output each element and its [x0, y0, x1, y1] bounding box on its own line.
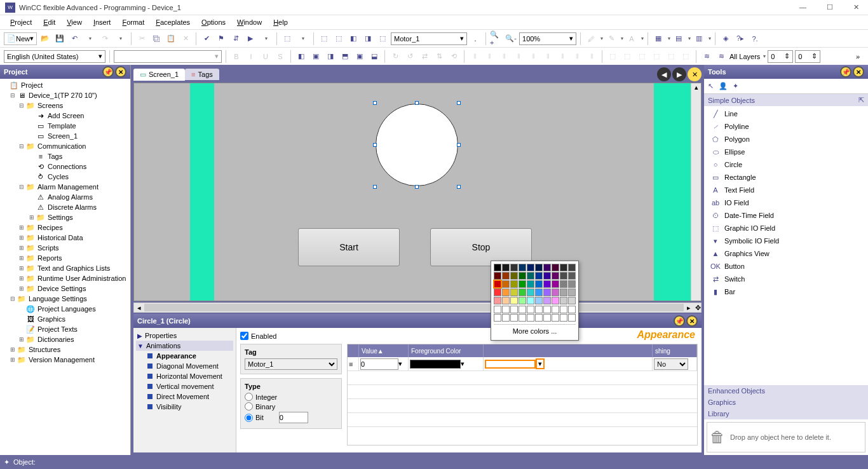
panel-close-icon[interactable]: ✕	[853, 66, 864, 78]
color-swatch[interactable]	[510, 297, 518, 304]
tool-icon-2[interactable]: 👤	[719, 82, 728, 90]
color-swatch-empty[interactable]	[494, 306, 501, 313]
toolbar-icon-e[interactable]: ◨	[362, 32, 374, 45]
color-swatch[interactable]	[535, 289, 543, 296]
tool-polygon[interactable]: ⬠Polygon	[704, 133, 868, 146]
tree-item[interactable]: ▭Screen_1	[1, 131, 129, 141]
color-swatch-empty[interactable]	[552, 314, 559, 322]
color-swatch[interactable]	[502, 264, 510, 271]
tab-close-icon[interactable]: ✕	[688, 67, 702, 81]
new-button[interactable]: 📄 New ▾	[4, 32, 37, 45]
color-swatch[interactable]	[552, 289, 559, 296]
zoom-in-icon[interactable]: 🔍+	[490, 32, 503, 45]
flashing-select[interactable]: No	[654, 358, 688, 370]
color-swatch[interactable]	[527, 264, 534, 271]
copy-icon[interactable]: ⿻	[150, 32, 163, 45]
tree-item[interactable]: 📋Project	[1, 80, 129, 90]
tool-button[interactable]: OKButton	[704, 260, 868, 273]
tree-item[interactable]: ⊞📁Historical Data	[1, 233, 129, 243]
tree-item[interactable]: ⊞📁Text and Graphics Lists	[1, 263, 129, 273]
maximize-button[interactable]: ☐	[823, 2, 837, 13]
grid-row[interactable]: ≡ ▾ ▾ ▾ No	[348, 357, 697, 371]
color-swatch-empty[interactable]	[527, 306, 534, 313]
toolbar-icon-f[interactable]: ⬚	[376, 32, 389, 45]
tab-tags[interactable]: ≡Tags	[185, 69, 219, 80]
tree-item[interactable]: ⚠Analog Alarms	[1, 192, 129, 202]
menu-window[interactable]: Window	[232, 17, 267, 27]
tool-icon-3[interactable]: ✦	[733, 82, 738, 90]
tool-polyline[interactable]: ⟋Polyline	[704, 120, 868, 133]
open-icon[interactable]: 📂	[39, 32, 51, 45]
toolbar-icon-d[interactable]: ◧	[347, 32, 360, 45]
cut-icon[interactable]: ✂	[135, 32, 148, 45]
menu-view[interactable]: View	[62, 17, 87, 27]
pointer-icon[interactable]: ↖	[708, 82, 714, 90]
color-swatch[interactable]	[494, 297, 501, 304]
tree-item[interactable]: ⥁Cycles	[1, 172, 129, 182]
align-right-icon[interactable]: ◨	[324, 50, 337, 63]
tool-ellipse[interactable]: ⬭Ellipse	[704, 146, 868, 158]
order-icon-5[interactable]: ⬚	[665, 50, 677, 63]
color-swatch[interactable]	[494, 280, 501, 288]
zoom-out-icon[interactable]: 🔍-	[505, 32, 517, 45]
tree-item[interactable]: ⊞📁Device Settings	[1, 283, 129, 294]
close-button[interactable]: ✕	[850, 2, 863, 13]
bold-icon[interactable]: B	[230, 50, 243, 63]
pin-icon[interactable]: 📌	[840, 66, 851, 78]
color-swatch[interactable]	[535, 297, 543, 304]
motor-combo[interactable]: Motor_1▾	[391, 32, 467, 45]
rotate-icon-2[interactable]: ↺	[403, 50, 416, 63]
color-swatch[interactable]	[560, 272, 567, 280]
menu-faceplates[interactable]: Faceplates	[151, 17, 195, 27]
section-library[interactable]: Library	[704, 408, 868, 419]
tree-item[interactable]: 🌐Project Languages	[1, 304, 129, 314]
type-bit-radio[interactable]: Bit	[245, 412, 337, 423]
toolbar-icon-c[interactable]: ⬚	[332, 32, 345, 45]
tab-screen-1[interactable]: ▭Screen_1	[133, 69, 185, 81]
color-swatch[interactable]	[519, 272, 526, 280]
fill-color-icon[interactable]: 🖉	[585, 32, 597, 45]
scrollbar-h[interactable]: ◂▸ ✥	[133, 302, 702, 313]
type-binary-radio[interactable]: Binary	[245, 402, 337, 411]
align-bottom-icon[interactable]: ⬓	[368, 50, 381, 63]
tree-item[interactable]: ⊟📁Screens	[1, 100, 129, 111]
color-swatch[interactable]	[543, 264, 551, 271]
tool-line[interactable]: ╱Line	[704, 107, 868, 120]
strike-icon[interactable]: S	[274, 50, 287, 63]
align-middle-icon[interactable]: ▣	[353, 50, 366, 63]
tree-item[interactable]: ≡Tags	[1, 151, 129, 161]
underline-icon[interactable]: U	[259, 50, 272, 63]
project-tree[interactable]: 📋Project⊟🖥Device_1(TP 270 10")⊟📁Screens➜…	[0, 79, 130, 455]
color-swatch[interactable]	[494, 272, 501, 280]
undo-icon[interactable]: ↶	[68, 32, 81, 45]
bg-color-swatch[interactable]	[485, 360, 536, 369]
pattern-icon-1[interactable]: ▦	[652, 32, 665, 45]
tool-symbolic-io-field[interactable]: ▾Symbolic IO Field	[704, 234, 868, 247]
undo-dropdown[interactable]: ▾	[84, 32, 97, 45]
delete-drop-zone[interactable]: 🗑 Drop any object here to delete it.	[707, 422, 865, 452]
order-icon-1[interactable]: ⬚	[606, 50, 619, 63]
tree-item[interactable]: ⊟📁Language Settings	[1, 294, 129, 304]
rotate-icon-3[interactable]: ⟲	[447, 50, 460, 63]
tool-text-field[interactable]: AText Field	[704, 184, 868, 196]
color-swatch[interactable]	[510, 280, 518, 288]
category-animations[interactable]: ▼Animations	[136, 341, 233, 351]
color-swatch[interactable]	[519, 264, 526, 271]
minimize-button[interactable]: —	[796, 2, 810, 13]
circle-object[interactable]	[376, 104, 458, 186]
tree-item[interactable]: ▭Template	[1, 121, 129, 131]
color-swatch[interactable]	[494, 264, 501, 271]
toolbar-icon-g[interactable]: .	[469, 32, 482, 45]
color-swatch-empty[interactable]	[510, 306, 518, 313]
menu-edit[interactable]: Edit	[38, 17, 60, 27]
layer-val-1[interactable]: 0⇕	[768, 50, 793, 63]
color-swatch-empty[interactable]	[543, 306, 551, 313]
color-swatch-empty[interactable]	[543, 314, 551, 322]
order-icon-6[interactable]: ⬚	[679, 50, 692, 63]
color-swatch-empty[interactable]	[502, 314, 510, 322]
tool-rectangle[interactable]: ▭Rectangle	[704, 171, 868, 184]
align-center-icon[interactable]: ▣	[309, 50, 322, 63]
color-swatch[interactable]	[568, 280, 576, 288]
color-swatch[interactable]	[510, 289, 518, 296]
order-icon-4[interactable]: ⬚	[650, 50, 663, 63]
